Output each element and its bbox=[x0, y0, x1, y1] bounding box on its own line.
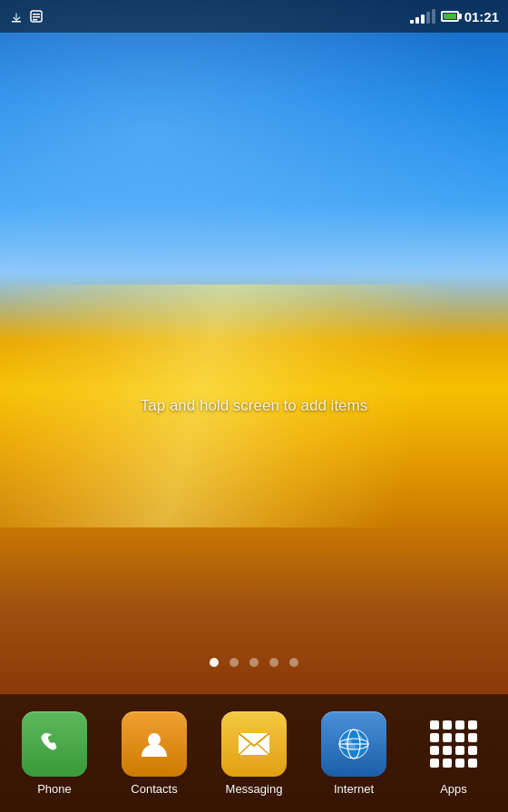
signal-icon bbox=[410, 9, 435, 24]
status-left-icons bbox=[9, 9, 44, 24]
battery-icon bbox=[441, 11, 459, 22]
phone-icon bbox=[22, 711, 87, 777]
apps-label: Apps bbox=[440, 782, 467, 796]
status-right-icons: 01:21 bbox=[410, 9, 499, 24]
status-time: 01:21 bbox=[464, 9, 499, 24]
phone-label: Phone bbox=[37, 782, 72, 796]
page-dot-2[interactable] bbox=[230, 658, 239, 667]
messaging-icon bbox=[221, 711, 287, 777]
apps-icon bbox=[421, 711, 486, 777]
download-icon bbox=[9, 9, 24, 24]
dock-item-phone[interactable]: Phone bbox=[5, 711, 104, 796]
file-icon bbox=[29, 9, 44, 24]
svg-rect-2 bbox=[33, 16, 40, 18]
page-dot-4[interactable] bbox=[269, 658, 278, 667]
page-dot-1[interactable] bbox=[210, 658, 219, 667]
contacts-label: Contacts bbox=[131, 782, 177, 796]
page-indicator bbox=[0, 658, 508, 667]
svg-rect-3 bbox=[33, 19, 37, 21]
dock: Phone Contacts Messaging bbox=[0, 694, 508, 812]
dock-item-messaging[interactable]: Messaging bbox=[204, 711, 304, 796]
internet-label: Internet bbox=[334, 782, 374, 796]
wallpaper-hint: Tap and hold screen to add items bbox=[141, 397, 367, 415]
dock-item-apps[interactable]: Apps bbox=[404, 711, 503, 796]
contacts-icon bbox=[122, 711, 187, 777]
svg-point-4 bbox=[148, 733, 161, 746]
page-dot-3[interactable] bbox=[249, 658, 259, 667]
page-dot-5[interactable] bbox=[289, 658, 298, 667]
status-bar: 01:21 bbox=[0, 0, 508, 33]
svg-rect-1 bbox=[33, 14, 40, 15]
internet-icon bbox=[321, 711, 386, 777]
dock-item-internet[interactable]: Internet bbox=[304, 711, 404, 796]
messaging-label: Messaging bbox=[226, 782, 283, 796]
dock-item-contacts[interactable]: Contacts bbox=[104, 711, 204, 796]
